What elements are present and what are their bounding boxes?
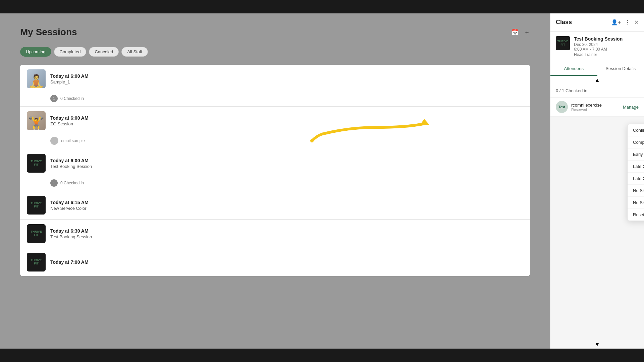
class-role: Head Trainer [574, 52, 639, 57]
dropdown-no-show-no-fee[interactable]: No Show without Fee [628, 197, 644, 209]
session-item[interactable]: THRIVEFIT Today at 6:00 AM Test Booking … [20, 149, 530, 191]
session-thumbnail: 🧘 [27, 69, 46, 88]
session-info: Today at 6:00 AM Test Booking Session [50, 158, 523, 169]
session-item[interactable]: THRIVEFIT Today at 6:15 AM New Service C… [20, 191, 530, 220]
dropdown-late-cancel-fee[interactable]: Late Cancel with Fee [628, 161, 644, 173]
session-thumbnail: 🏋 [27, 111, 46, 130]
session-sub-row: email sample [20, 135, 530, 149]
session-time: Today at 6:00 AM [50, 115, 523, 121]
session-thumbnail: THRIVEFIT [27, 154, 46, 173]
page-title: My Sessions [20, 27, 511, 38]
top-bar [0, 0, 644, 13]
session-main-row: 🧘 Today at 6:00 AM Sample_1 [20, 65, 530, 93]
session-sub-row: 1 0 Checked in [20, 93, 530, 106]
manage-button[interactable]: Manage [623, 105, 639, 110]
session-main-row: THRIVEFIT Today at 6:30 AM Test Booking … [20, 220, 530, 248]
attendee-row: Test rcomni exercise Reserved Manage [550, 98, 644, 117]
attendee-name: rcomni exercise [571, 103, 620, 108]
filter-tabs: Upcoming Completed Canceled All Staff [20, 47, 530, 57]
session-name: Test Booking Session [50, 164, 523, 169]
class-details: Test Booking Session Dec 30, 2024 6:00 A… [574, 36, 639, 57]
scroll-up-button[interactable]: ▲ [550, 76, 644, 84]
dropdown-complete-checkin[interactable]: Complete / Check-In [628, 136, 644, 148]
class-name: Test Booking Session [574, 36, 639, 42]
header-icons: 📅 ＋ [511, 28, 530, 36]
session-main-row: 🏋 Today at 6:00 AM ZG Session [20, 107, 530, 135]
session-name: New Service Color [50, 206, 523, 211]
add-attendee-button[interactable]: 👤+ [611, 19, 621, 25]
attendee-avatar: Test [556, 101, 568, 113]
email-text: email sample [61, 138, 85, 143]
session-time: Today at 6:15 AM [50, 200, 523, 205]
session-item[interactable]: THRIVEFIT Today at 7:00 AM [20, 248, 530, 276]
session-main-row: THRIVEFIT Today at 6:00 AM Test Booking … [20, 149, 530, 177]
tab-upcoming[interactable]: Upcoming [20, 47, 51, 57]
session-main-row: THRIVEFIT Today at 6:15 AM New Service C… [20, 191, 530, 219]
calendar-icon-button[interactable]: 📅 [511, 28, 519, 36]
session-item[interactable]: 🏋 Today at 6:00 AM ZG Session email samp… [20, 107, 530, 149]
session-info: Today at 6:15 AM New Service Color [50, 200, 523, 211]
session-name: Test Booking Session [50, 234, 523, 239]
class-logo: THRIVEFIT [556, 36, 570, 50]
session-info: Today at 6:00 AM ZG Session [50, 115, 523, 126]
more-options-button[interactable]: ⋮ [625, 19, 630, 25]
close-panel-button[interactable]: ✕ [634, 19, 639, 25]
session-info: Today at 7:00 AM [50, 259, 523, 265]
add-session-button[interactable]: ＋ [524, 28, 530, 36]
session-time: Today at 6:00 AM [50, 158, 523, 163]
checked-in-summary: 0 / 1 Checked in [550, 84, 644, 98]
tab-attendees[interactable]: Attendees [550, 62, 597, 76]
session-name: Sample_1 [50, 79, 523, 84]
session-thumbnail: THRIVEFIT [27, 224, 46, 243]
session-info: Today at 6:00 AM Sample_1 [50, 73, 523, 84]
session-time: Today at 6:30 AM [50, 228, 523, 234]
tab-canceled[interactable]: Canceled [89, 47, 119, 57]
class-time: 6:00 AM - 7:00 AM [574, 47, 639, 52]
class-info-card: THRIVEFIT Test Booking Session Dec 30, 2… [550, 32, 644, 62]
panel-title: Class [556, 19, 611, 26]
panel-header: Class 👤+ ⋮ ✕ [550, 13, 644, 32]
dropdown-confirm[interactable]: Confirm [628, 124, 644, 136]
tab-completed[interactable]: Completed [54, 47, 87, 57]
session-sub-row: 1 0 Checked in [20, 177, 530, 191]
session-time: Today at 6:00 AM [50, 73, 523, 79]
session-time: Today at 7:00 AM [50, 259, 523, 265]
panel-tabs: Attendees Session Details [550, 62, 644, 76]
session-info: Today at 6:30 AM Test Booking Session [50, 228, 523, 239]
checked-in-badge: 1 [50, 179, 58, 187]
session-name: ZG Session [50, 121, 523, 126]
main-area: My Sessions 📅 ＋ Upcoming Completed Cance… [0, 13, 644, 349]
checked-in-badge: 1 [50, 95, 58, 102]
avatar-placeholder [50, 137, 58, 145]
class-date: Dec 30, 2024 [574, 42, 639, 47]
dropdown-late-cancel-no-fee[interactable]: Late Cancel without Fee [628, 173, 644, 185]
session-item[interactable]: 🧘 Today at 6:00 AM Sample_1 1 0 Checked … [20, 65, 530, 107]
scroll-down-button[interactable]: ▼ [550, 341, 644, 349]
attendee-status: Reserved [571, 108, 620, 112]
session-item[interactable]: THRIVEFIT Today at 6:30 AM Test Booking … [20, 220, 530, 248]
page-header: My Sessions 📅 ＋ [20, 27, 530, 38]
dropdown-reset-status[interactable]: Reset Status [628, 209, 644, 221]
session-thumbnail: THRIVEFIT [27, 196, 46, 215]
sessions-list: 🧘 Today at 6:00 AM Sample_1 1 0 Checked … [20, 65, 530, 276]
dropdown-menu: Confirm Complete / Check-In Early Cancel… [627, 124, 644, 221]
dropdown-no-show-fee[interactable]: No Show with Fee [628, 185, 644, 197]
checked-in-text: 0 Checked in [60, 96, 84, 101]
right-panel: Class 👤+ ⋮ ✕ THRIVEFIT Test Booking Sess… [550, 13, 644, 349]
attendee-info: rcomni exercise Reserved [571, 103, 620, 112]
checked-in-text: 0 Checked in [60, 181, 84, 185]
panel-header-icons: 👤+ ⋮ ✕ [611, 19, 639, 25]
tab-all-staff[interactable]: All Staff [121, 47, 148, 57]
session-main-row: THRIVEFIT Today at 7:00 AM [20, 248, 530, 276]
tab-session-details[interactable]: Session Details [597, 62, 644, 76]
content-panel: My Sessions 📅 ＋ Upcoming Completed Cance… [0, 13, 550, 349]
bottom-bar [0, 349, 644, 362]
session-thumbnail: THRIVEFIT [27, 253, 46, 272]
dropdown-early-cancel[interactable]: Early Cancel [628, 148, 644, 161]
